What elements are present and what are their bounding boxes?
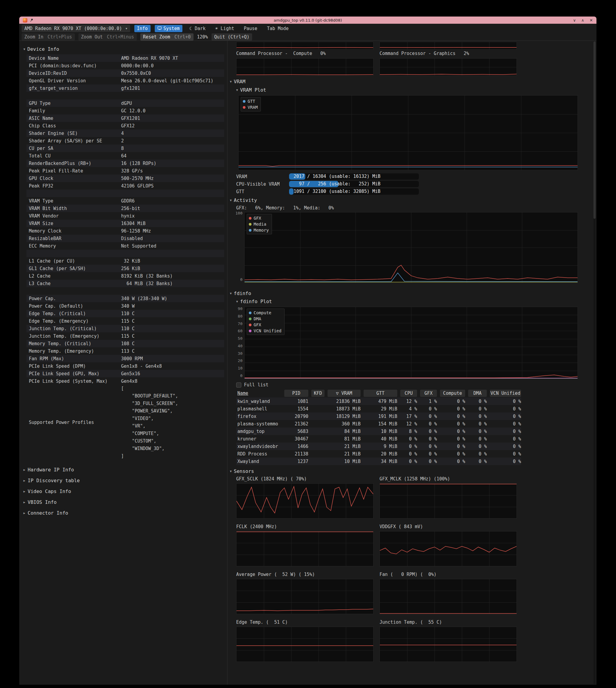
column-header[interactable]: VCN Unified	[490, 390, 521, 397]
full-list-checkbox[interactable]	[236, 382, 241, 387]
gfx-sclk-plot[interactable]	[236, 483, 374, 518]
reset-zoom-button[interactable]: Reset ZoomCtrl+0	[140, 34, 194, 41]
info-row: Memory Temp. (Critical) 108 C	[26, 340, 224, 347]
vram-section-header[interactable]: ▼VRAM	[230, 79, 245, 84]
info-value: 32 KiB	[121, 258, 140, 264]
legend-color-dot	[249, 312, 251, 314]
fdinfo-plot[interactable]: Compute DMA GFX	[244, 307, 578, 379]
legend-item[interactable]: Media	[249, 221, 269, 227]
cell-name: plasmashell	[236, 406, 281, 412]
vddgfx-plot[interactable]	[379, 531, 517, 566]
legend-item[interactable]: GTT	[243, 98, 258, 104]
cell-gtt: 40 MiB	[364, 436, 397, 442]
zoom-in-button[interactable]: Zoom InCtrl+Plus	[22, 34, 75, 41]
cell-dma: 0 %	[468, 444, 487, 449]
column-header[interactable]: GTT	[364, 390, 397, 397]
average-power-plot[interactable]	[236, 579, 374, 614]
plot-fragment[interactable]	[236, 42, 374, 49]
device-info-header[interactable]: ▼ Device Info	[23, 46, 227, 52]
info-row: GL1 Cache (per SA/SH) 256 KiB	[26, 265, 224, 272]
scrollbar[interactable]	[593, 42, 596, 684]
legend-item[interactable]: GFX	[249, 215, 269, 221]
legend-item[interactable]: VRAM	[243, 104, 258, 110]
tab-info[interactable]: Info	[134, 25, 151, 32]
cell-compute: 0 %	[440, 406, 465, 412]
close-button[interactable]: ✕	[590, 18, 593, 23]
column-header[interactable]: ▽ VRAM	[328, 390, 360, 397]
info-value: 328 GP/s	[121, 168, 143, 174]
info-value: AMD Radeon RX 9070 XT	[121, 56, 178, 61]
column-header-name[interactable]: Name	[236, 391, 281, 396]
fdinfo-section-header[interactable]: ▼fdinfo	[230, 290, 251, 296]
junction-temp-plot[interactable]	[379, 627, 517, 662]
cell-compute: 0 %	[440, 399, 465, 404]
legend-color-dot	[249, 330, 251, 332]
plot-fragment[interactable]	[379, 42, 517, 49]
legend-item[interactable]: Memory	[249, 227, 269, 233]
info-row	[26, 250, 224, 257]
legend-item[interactable]: DMA	[249, 316, 282, 322]
power-profile-line: [	[121, 385, 178, 392]
activity-plot[interactable]: GFX Media Memory	[244, 212, 578, 283]
vram-plot-header[interactable]: ▼VRAM Plot	[236, 87, 266, 93]
column-header[interactable]: GFX	[420, 390, 437, 397]
cell-vram: 21 MiB	[328, 451, 360, 457]
info-label: ASIC Name	[29, 116, 121, 121]
edge-temp-plot[interactable]	[236, 627, 374, 662]
device-selector[interactable]: AMD Radeon RX 9070 XT (0000:0e:00.0) ▼	[22, 25, 130, 32]
column-header[interactable]: Compute	[440, 390, 465, 397]
cell-cpu: 12 %	[400, 421, 417, 427]
info-label: Supported Power Profiles	[29, 385, 121, 460]
dark-theme-button[interactable]: ☾ Dark	[186, 25, 208, 32]
pause-button[interactable]: Pause	[241, 25, 260, 32]
info-row: Memory Temp. (Emergency) 113 C	[26, 347, 224, 355]
maximize-button[interactable]: ∧	[581, 18, 585, 23]
light-theme-button[interactable]: ☀ Light	[213, 25, 237, 32]
column-header[interactable]: KFD	[311, 390, 325, 397]
axis-tick-label: 30	[238, 351, 242, 356]
legend-color-dot	[249, 223, 251, 226]
info-value: 2	[121, 138, 124, 143]
cell-name: firefox	[236, 414, 281, 419]
cp-graphics-plot[interactable]	[379, 58, 517, 76]
vram-plot[interactable]: GTT VRAM	[238, 95, 578, 170]
expand-triangle-icon: ▶	[23, 479, 25, 482]
collapsed-section-header[interactable]: ▶ Video Caps Info	[19, 486, 227, 496]
zoom-out-button[interactable]: Zoom OutCtrl+Minus	[79, 34, 137, 41]
fan-plot[interactable]	[379, 579, 517, 614]
scrollbar-thumb[interactable]	[593, 42, 596, 219]
minimize-button[interactable]: ∨	[573, 18, 576, 23]
system-button[interactable]: System	[155, 25, 182, 32]
gtt-bar-row: GTT 1091 / 32100 (usable: 32085) MiB	[236, 188, 419, 195]
column-header[interactable]: CPU	[400, 390, 417, 397]
info-row	[26, 190, 224, 197]
column-header[interactable]: DMA	[468, 390, 487, 397]
collapsed-section-header[interactable]: ▶ Connector Info	[19, 507, 227, 518]
collapsed-section-header[interactable]: ▶ IP Discovery table	[19, 475, 227, 486]
info-row: Power Cap. (Default) 340 W	[26, 302, 224, 310]
cell-compute: 0 %	[440, 414, 465, 419]
collapsed-section-header[interactable]: ▶ VBIOS Info	[19, 496, 227, 507]
collapsed-section-header[interactable]: ▶ Hardware IP Info	[19, 464, 227, 475]
info-label: Junction Temp. (Critical)	[29, 326, 121, 331]
sensors-section-header[interactable]: ▼Sensors	[230, 468, 254, 474]
cp-compute-plot[interactable]	[236, 58, 374, 76]
fclk-plot[interactable]	[236, 531, 374, 566]
legend-item[interactable]: Compute	[249, 310, 282, 316]
info-label: CU per SA	[29, 146, 121, 151]
info-label: Power Cap.	[29, 296, 121, 301]
gfx-mclk-plot[interactable]	[379, 483, 517, 518]
collapse-triangle-icon: ▼	[230, 199, 232, 202]
axis-tick-label: 0	[240, 277, 242, 282]
fdinfo-plot-header[interactable]: ▼fdinfo Plot	[236, 298, 272, 304]
cell-pid: 20790	[284, 414, 308, 419]
cell-vram: 18873 MiB	[328, 406, 360, 412]
legend-item[interactable]: VCN Unified	[249, 328, 282, 334]
tab-mode-button[interactable]: Tab Mode	[264, 25, 291, 32]
device-info-table: Device Name AMD Radeon RX 9070 XT PCI (d…	[26, 54, 224, 385]
activity-section-header[interactable]: ▼Activity	[230, 197, 257, 203]
quit-button[interactable]: Quit (Ctrl+Q)	[212, 34, 252, 41]
info-row: Total CU 64	[26, 152, 224, 159]
column-header[interactable]: PID	[284, 390, 308, 397]
legend-item[interactable]: GFX	[249, 322, 282, 328]
